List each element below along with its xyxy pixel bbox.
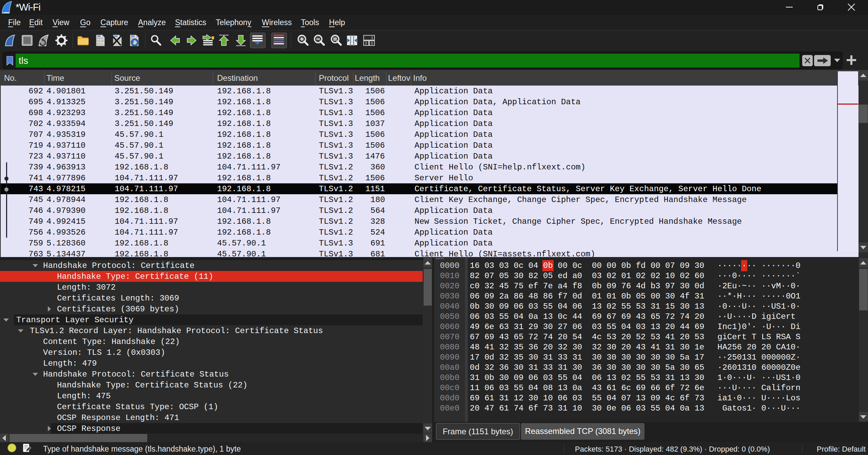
svg-text:1: 1 [371, 36, 373, 40]
svg-text:2: 2 [365, 41, 367, 45]
svg-text:3: 3 [371, 41, 373, 45]
svg-text:0111: 0111 [97, 42, 104, 46]
